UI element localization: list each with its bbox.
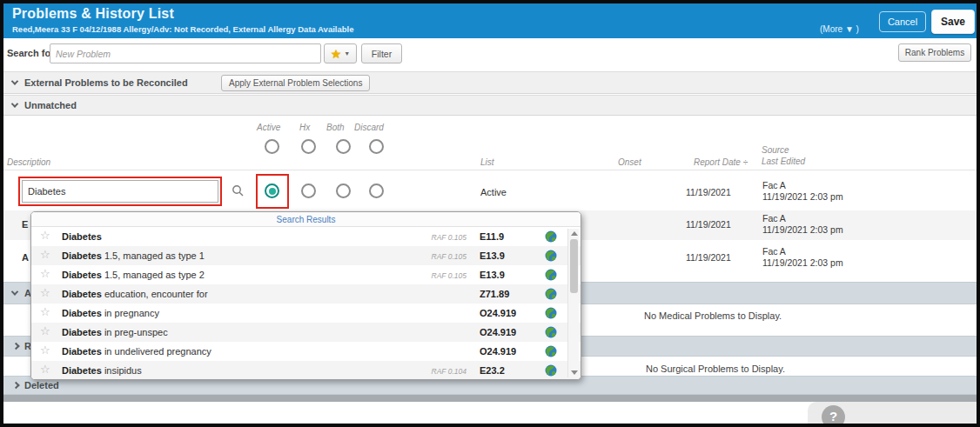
section-external-label: External Problems to be Reconciled <box>24 77 188 88</box>
raf-score: RAF 0.105 <box>401 252 467 261</box>
problems-history-window: Problems & History List Reed,Meera 33 F … <box>0 0 980 427</box>
icd-code: Z71.89 <box>480 289 509 299</box>
section-unmatched[interactable]: Unmatched <box>3 95 977 116</box>
header-radio-discard[interactable] <box>369 139 384 154</box>
globe-icon <box>545 269 557 284</box>
result-term: Diabetes <box>62 231 102 242</box>
search-icon[interactable] <box>232 184 245 201</box>
help-icon[interactable]: ? <box>822 405 845 427</box>
search-result-item[interactable]: ☆ Diabetes 1.5, managed as type 1 RAF 0.… <box>31 246 581 265</box>
col-active-label: Active <box>257 123 280 132</box>
header-radio-active[interactable] <box>265 139 279 154</box>
source-value: Fac A <box>762 180 786 190</box>
search-results-header: Search Results <box>31 212 581 227</box>
no-surgical-problems-message: No Surgical Problems to Display. <box>646 364 785 374</box>
help-widget[interactable]: ? <box>808 402 977 424</box>
title-bar: Problems & History List Reed,Meera 33 F … <box>3 3 977 38</box>
list-value: Active <box>480 187 507 197</box>
result-term: Diabetes <box>62 250 102 261</box>
search-result-item[interactable]: ☆ Diabetes insipidus RAF 0.104 E23.2 <box>31 361 581 380</box>
favorite-star-icon[interactable]: ☆ <box>40 344 50 356</box>
row1-radio-active[interactable] <box>265 183 279 198</box>
search-result-item[interactable]: ☆ Diabetes in undelivered pregnancy O24.… <box>31 342 581 361</box>
col-last-edited-label: Last Edited <box>762 157 805 166</box>
favorite-star-icon[interactable]: ☆ <box>40 364 50 375</box>
chevron-down-icon <box>11 288 18 295</box>
result-rest: 1.5, managed as type 2 <box>102 270 205 280</box>
globe-icon <box>545 307 557 323</box>
icd-code: O24.919 <box>480 346 516 357</box>
search-results-dropdown: Search Results ☆ Diabetes RAF 0.105 E11.… <box>30 211 581 380</box>
header-radio-both[interactable] <box>336 139 351 154</box>
result-term: Diabetes <box>62 289 102 299</box>
report-date-value: 11/19/2021 <box>686 252 731 263</box>
col-source-label: Source <box>762 145 789 155</box>
result-rest: in pregnancy <box>102 308 159 318</box>
favorite-star-icon[interactable]: ☆ <box>40 306 50 317</box>
row1-radio-both[interactable] <box>336 183 351 198</box>
col-description-label: Description <box>7 157 50 167</box>
globe-icon <box>545 250 557 265</box>
search-result-item[interactable]: ☆ Diabetes 1.5, managed as type 2 RAF 0.… <box>31 265 581 284</box>
scroll-up-icon[interactable] <box>571 231 578 236</box>
globe-icon <box>545 230 557 246</box>
row1-radio-hx[interactable] <box>301 183 316 198</box>
more-menu[interactable]: (More ▼ ) <box>820 24 859 34</box>
icd-code: O24.919 <box>480 308 516 318</box>
chevron-right-icon <box>12 343 19 350</box>
globe-icon <box>545 345 557 361</box>
favorite-star-icon[interactable]: ☆ <box>40 325 50 337</box>
raf-score: RAF 0.105 <box>401 233 467 242</box>
result-rest: in preg-unspec <box>102 327 168 337</box>
search-result-item[interactable]: ☆ Diabetes in preg-unspec O24.919 <box>31 323 581 342</box>
apply-external-selections-button[interactable]: Apply External Problem Selections <box>221 75 370 91</box>
result-term: Diabetes <box>62 308 102 318</box>
col-report-date-label[interactable]: Report Date ÷ <box>694 157 748 167</box>
last-edited-value: 11/19/2021 2:03 pm <box>762 257 843 268</box>
description-fragment: E <box>22 219 28 230</box>
rank-problems-button[interactable]: Rank Problems <box>898 43 971 62</box>
col-onset-label: Onset <box>618 157 641 167</box>
globe-icon <box>545 288 557 304</box>
report-date-value: 11/19/2021 <box>686 219 731 230</box>
icd-code: E13.9 <box>480 250 505 261</box>
col-discard-label: Discard <box>354 123 384 132</box>
result-term: Diabetes <box>62 365 102 376</box>
last-edited-value: 11/19/2021 2:03 pm <box>762 224 843 235</box>
dropdown-scrollbar[interactable] <box>567 229 579 377</box>
search-result-item[interactable]: ☆ Diabetes education, encounter for Z71.… <box>31 284 581 304</box>
section-unmatched-label: Unmatched <box>24 100 77 110</box>
result-rest: education, encounter for <box>102 289 208 299</box>
result-term: Diabetes <box>62 270 102 280</box>
filter-button[interactable]: Filter <box>361 43 402 63</box>
scrollbar-thumb[interactable] <box>570 239 578 293</box>
scroll-down-icon[interactable] <box>571 370 578 375</box>
save-button[interactable]: Save <box>931 10 975 34</box>
favorites-star-button[interactable]: ★ ▼ <box>324 43 357 63</box>
favorite-star-icon[interactable]: ☆ <box>40 230 50 241</box>
favorite-star-icon[interactable]: ☆ <box>40 249 50 260</box>
last-edited-value: 11/19/2021 2:03 pm <box>762 191 843 202</box>
chevron-down-icon: ▼ <box>344 50 350 57</box>
star-icon: ★ <box>331 48 342 60</box>
col-list-label: List <box>480 157 494 167</box>
source-value: Fac A <box>762 213 786 224</box>
new-problem-search-input[interactable] <box>50 43 321 63</box>
section-external-problems[interactable]: External Problems to be Reconciled Apply… <box>3 71 977 94</box>
col-hx-label: Hx <box>299 123 310 132</box>
icd-code: E23.2 <box>480 365 505 376</box>
favorite-star-icon[interactable]: ☆ <box>40 268 50 279</box>
description-input[interactable] <box>22 180 218 203</box>
favorite-star-icon[interactable]: ☆ <box>40 287 50 298</box>
divider <box>3 395 977 402</box>
cancel-button[interactable]: Cancel <box>879 11 926 32</box>
search-result-item[interactable]: ☆ Diabetes in pregnancy O24.919 <box>31 304 581 323</box>
raf-score: RAF 0.104 <box>401 367 467 376</box>
section-deleted-label: Deleted <box>24 380 59 390</box>
raf-score: RAF 0.105 <box>401 271 467 280</box>
search-result-item[interactable]: ☆ Diabetes RAF 0.105 E11.9 <box>31 227 581 246</box>
row1-radio-discard[interactable] <box>369 183 384 198</box>
icd-code: E11.9 <box>480 231 504 242</box>
header-radio-hx[interactable] <box>301 139 316 154</box>
result-term: Diabetes <box>62 346 102 357</box>
